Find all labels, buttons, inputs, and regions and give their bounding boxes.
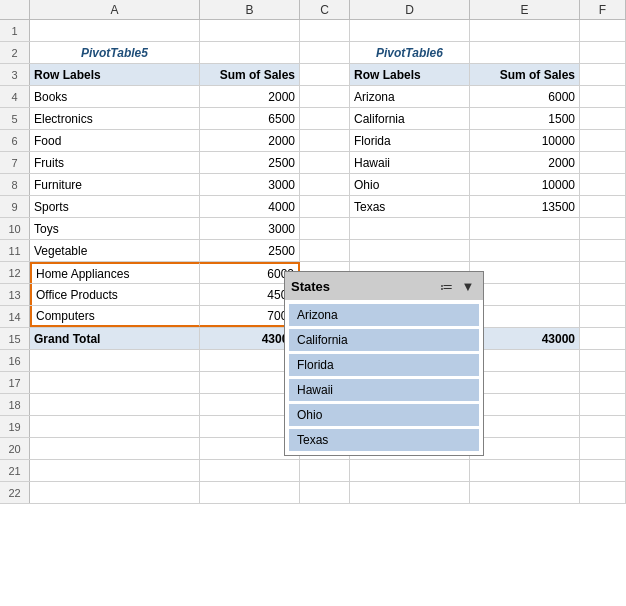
corner-cell	[0, 0, 30, 19]
cell-r11-c1: 2500	[200, 240, 300, 261]
cell-r9-c4: 13500	[470, 196, 580, 217]
cell-r4-c4: 6000	[470, 86, 580, 107]
cell-r10-c0: Toys	[30, 218, 200, 239]
grid-row-11: 11Vegetable2500	[0, 240, 626, 262]
row-num-16: 16	[0, 350, 30, 371]
cell-r3-c4: Sum of Sales	[470, 64, 580, 85]
row-num-11: 11	[0, 240, 30, 261]
slicer-title: States	[291, 279, 330, 294]
cell-r2-c0: PivotTable5	[30, 42, 200, 63]
cell-r10-c3	[350, 218, 470, 239]
row-num-14: 14	[0, 306, 30, 327]
column-headers: A B C D E F	[0, 0, 626, 20]
cell-r8-c0: Furniture	[30, 174, 200, 195]
slicer-item-arizona[interactable]: Arizona	[289, 304, 479, 326]
cell-r10-c1: 3000	[200, 218, 300, 239]
cell-r3-c3: Row Labels	[350, 64, 470, 85]
cell-r9-c3: Texas	[350, 196, 470, 217]
cell-r10-c4	[470, 218, 580, 239]
row-num-5: 5	[0, 108, 30, 129]
cell-r11-c5	[580, 240, 626, 261]
cell-r8-c4: 10000	[470, 174, 580, 195]
row-num-1: 1	[0, 20, 30, 41]
cell-r7-c2	[300, 152, 350, 173]
cell-r17-c5	[580, 372, 626, 393]
row-num-15: 15	[0, 328, 30, 349]
cell-r21-c3	[350, 460, 470, 481]
slicer-item-california[interactable]: California	[289, 329, 479, 351]
cell-r4-c1: 2000	[200, 86, 300, 107]
cell-r4-c3: Arizona	[350, 86, 470, 107]
cell-r7-c4: 2000	[470, 152, 580, 173]
cell-r9-c0: Sports	[30, 196, 200, 217]
slicer-item-texas[interactable]: Texas	[289, 429, 479, 451]
cell-r4-c2	[300, 86, 350, 107]
cell-r10-c2	[300, 218, 350, 239]
cell-r3-c1: Sum of Sales	[200, 64, 300, 85]
slicer-item-hawaii[interactable]: Hawaii	[289, 379, 479, 401]
slicer-items: ArizonaCaliforniaFloridaHawaiiOhioTexas	[285, 300, 483, 455]
cell-r15-c4: 43000	[470, 328, 580, 349]
row-num-22: 22	[0, 482, 30, 503]
grid-row-7: 7Fruits2500Hawaii2000	[0, 152, 626, 174]
cell-r22-c2	[300, 482, 350, 503]
slicer-item-florida[interactable]: Florida	[289, 354, 479, 376]
cell-r5-c2	[300, 108, 350, 129]
cell-r11-c4	[470, 240, 580, 261]
cell-r9-c2	[300, 196, 350, 217]
cell-r5-c1: 6500	[200, 108, 300, 129]
cell-r12-c0: Home Appliances	[30, 262, 200, 283]
row-num-8: 8	[0, 174, 30, 195]
cell-r8-c2	[300, 174, 350, 195]
cell-r11-c2	[300, 240, 350, 261]
cell-r6-c5	[580, 130, 626, 151]
cell-r21-c0	[30, 460, 200, 481]
row-num-7: 7	[0, 152, 30, 173]
cell-r5-c3: California	[350, 108, 470, 129]
cell-r1-c2	[300, 20, 350, 41]
slicer-item-ohio[interactable]: Ohio	[289, 404, 479, 426]
cell-r1-c1	[200, 20, 300, 41]
cell-r5-c0: Electronics	[30, 108, 200, 129]
col-header-f: F	[580, 0, 626, 19]
slicer-states[interactable]: States ≔ ▼ ArizonaCaliforniaFloridaHawai…	[284, 271, 484, 456]
slicer-filter-icon[interactable]: ≔	[437, 277, 455, 295]
cell-r21-c5	[580, 460, 626, 481]
cell-r20-c0	[30, 438, 200, 459]
cell-r13-c0: Office Products	[30, 284, 200, 305]
row-num-12: 12	[0, 262, 30, 283]
cell-r13-c4	[470, 284, 580, 305]
slicer-clear-icon[interactable]: ▼	[459, 277, 477, 295]
cell-r2-c4	[470, 42, 580, 63]
cell-r21-c4	[470, 460, 580, 481]
cell-r9-c5	[580, 196, 626, 217]
spreadsheet: A B C D E F 12PivotTable5PivotTable63Row…	[0, 0, 626, 606]
cell-r14-c0: Computers	[30, 306, 200, 327]
row-num-13: 13	[0, 284, 30, 305]
grid-row-2: 2PivotTable5PivotTable6	[0, 42, 626, 64]
cell-r1-c5	[580, 20, 626, 41]
cell-r3-c0: Row Labels	[30, 64, 200, 85]
row-num-10: 10	[0, 218, 30, 239]
cell-r6-c1: 2000	[200, 130, 300, 151]
cell-r7-c3: Hawaii	[350, 152, 470, 173]
col-header-d: D	[350, 0, 470, 19]
cell-r3-c2	[300, 64, 350, 85]
cell-r20-c4	[470, 438, 580, 459]
cell-r1-c0	[30, 20, 200, 41]
cell-r14-c4	[470, 306, 580, 327]
cell-r11-c3	[350, 240, 470, 261]
row-num-3: 3	[0, 64, 30, 85]
cell-r13-c5	[580, 284, 626, 305]
grid-row-5: 5Electronics6500California1500	[0, 108, 626, 130]
cell-r7-c1: 2500	[200, 152, 300, 173]
cell-r2-c5	[580, 42, 626, 63]
cell-r19-c0	[30, 416, 200, 437]
cell-r6-c0: Food	[30, 130, 200, 151]
cell-r17-c4	[470, 372, 580, 393]
col-header-a: A	[30, 0, 200, 19]
cell-r18-c5	[580, 394, 626, 415]
col-header-c: C	[300, 0, 350, 19]
cell-r5-c4: 1500	[470, 108, 580, 129]
grid-row-22: 22	[0, 482, 626, 504]
